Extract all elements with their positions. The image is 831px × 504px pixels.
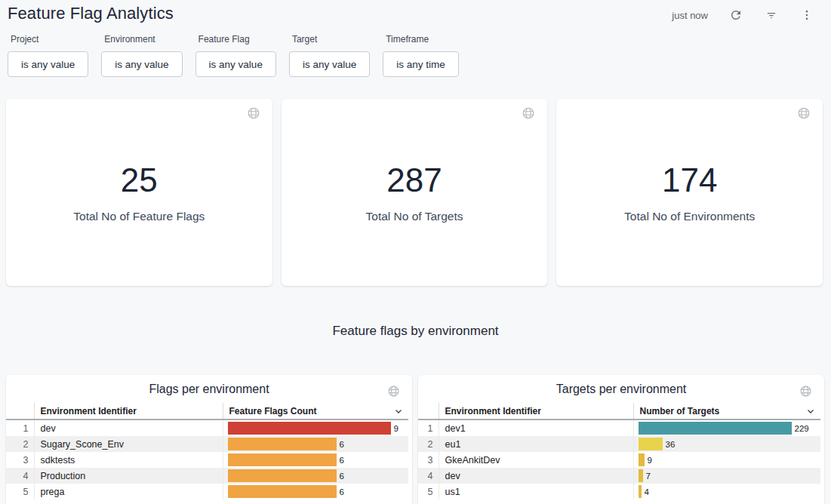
globe-icon[interactable] (387, 385, 400, 401)
bar-value-label: 6 (340, 440, 344, 449)
filter-bar: Project is any value Environment is any … (0, 23, 831, 77)
table-row[interactable]: 2Sugary_Scone_Env6 (6, 436, 408, 452)
kpi-card-targets: 287 Total No of Targets (282, 99, 548, 286)
row-number: 3 (418, 452, 439, 468)
row-number: 4 (6, 468, 34, 484)
value-bar[interactable] (228, 485, 337, 498)
bar-value-label: 36 (666, 440, 676, 449)
filter-target: Target is any value (289, 34, 370, 77)
filter-environment: Environment is any value (101, 34, 182, 77)
table-row[interactable]: 2eu136 (418, 436, 820, 452)
filter-label: Target (292, 34, 370, 45)
filter-feature-flag-value-button[interactable]: is any value (195, 51, 276, 77)
table-row[interactable]: 5prega6 (6, 484, 408, 499)
table-body: 1dev12292eu1363GkeAnkitDev94dev75us14 (418, 419, 820, 499)
kpi-card-row: 25 Total No of Feature Flags 287 Total N… (6, 99, 823, 286)
value-bar[interactable] (228, 438, 337, 450)
filter-button[interactable] (764, 8, 779, 23)
kpi-label: Total No of Feature Flags (73, 210, 205, 223)
chevron-down-icon[interactable] (393, 406, 404, 419)
filter-timeframe: Timeframe is any time (383, 34, 459, 77)
row-number: 4 (418, 468, 439, 484)
bar-value-label: 6 (340, 472, 344, 481)
chevron-down-icon[interactable] (805, 406, 816, 419)
globe-icon[interactable] (247, 106, 260, 123)
environment-identifier-cell[interactable]: us1 (439, 484, 633, 499)
value-bar-cell[interactable]: 7 (633, 468, 820, 484)
environment-identifier-header[interactable]: Environment Identifier (439, 403, 633, 419)
value-bar[interactable] (639, 485, 642, 498)
kpi-card-environments: 174 Total No of Environments (556, 99, 823, 286)
row-number: 5 (6, 484, 34, 499)
value-bar-cell[interactable]: 6 (223, 452, 408, 468)
refresh-button[interactable] (728, 8, 743, 23)
value-bar[interactable] (639, 453, 645, 466)
filter-timeframe-value-button[interactable]: is any time (383, 51, 459, 77)
value-bar[interactable] (228, 469, 337, 482)
value-bar-cell[interactable]: 6 (223, 484, 408, 499)
table-row[interactable]: 3GkeAnkitDev9 (418, 452, 820, 468)
more-options-button[interactable] (799, 8, 814, 23)
environment-identifier-header[interactable]: Environment Identifier (34, 403, 223, 419)
value-bar-cell[interactable]: 36 (633, 436, 820, 452)
filter-target-value-button[interactable]: is any value (289, 51, 370, 77)
filter-project-value-button[interactable]: is any value (8, 51, 88, 77)
row-number: 2 (6, 436, 34, 452)
table-header-row: Environment Identifier Feature Flags Cou… (6, 403, 408, 419)
row-number: 1 (6, 419, 34, 436)
table-row[interactable]: 4dev7 (418, 468, 820, 484)
panel-flags-per-environment: Flags per environment Environment Identi… (6, 375, 412, 504)
value-bar-cell[interactable]: 9 (633, 452, 820, 468)
refresh-icon (729, 8, 743, 22)
last-updated-text: just now (672, 10, 708, 21)
table-row[interactable]: 4Production6 (6, 468, 408, 484)
table-row[interactable]: 3sdktests6 (6, 452, 408, 468)
environment-identifier-cell[interactable]: Sugary_Scone_Env (34, 436, 223, 452)
filter-label: Environment (104, 34, 182, 45)
feature-flags-count-header[interactable]: Feature Flags Count (223, 403, 408, 419)
filter-environment-value-button[interactable]: is any value (101, 51, 182, 77)
kebab-menu-icon (800, 8, 814, 22)
environment-identifier-cell[interactable]: sdktests (34, 452, 223, 468)
environment-identifier-cell[interactable]: dev (34, 419, 223, 436)
value-bar[interactable] (228, 453, 337, 466)
value-bar-cell[interactable]: 6 (223, 468, 408, 484)
number-of-targets-header[interactable]: Number of Targets (633, 403, 820, 419)
environment-identifier-cell[interactable]: eu1 (439, 436, 633, 452)
value-bar-cell[interactable]: 229 (633, 419, 820, 436)
value-bar[interactable] (228, 422, 391, 435)
table-row[interactable]: 1dev9 (6, 419, 408, 436)
kpi-label: Total No of Environments (624, 210, 755, 223)
value-bar[interactable] (639, 422, 792, 435)
environment-identifier-cell[interactable]: Production (34, 468, 223, 484)
table-row[interactable]: 5us14 (418, 484, 820, 499)
panel-targets-per-environment: Targets per environment Environment Iden… (418, 375, 824, 504)
filter-label: Project (11, 34, 88, 45)
table-body: 1dev92Sugary_Scone_Env63sdktests64Produc… (6, 419, 408, 499)
bar-value-label: 6 (340, 487, 344, 496)
bar-value-label: 9 (394, 424, 399, 433)
kpi-value: 174 (662, 161, 717, 199)
environment-identifier-cell[interactable]: prega (34, 484, 223, 499)
bar-value-label: 7 (646, 472, 651, 481)
topbar-actions: just now (672, 4, 814, 23)
bar-value-label: 229 (795, 424, 809, 433)
value-bar[interactable] (639, 469, 643, 482)
table-row[interactable]: 1dev1229 (418, 419, 820, 436)
environment-identifier-cell[interactable]: dev1 (439, 419, 633, 436)
value-bar-cell[interactable]: 6 (223, 436, 408, 452)
bar-value-label: 9 (648, 456, 652, 465)
page-title: Feature Flag Analytics (8, 4, 174, 23)
row-number-header (418, 403, 439, 419)
value-bar-cell[interactable]: 9 (223, 419, 408, 436)
panel-title: Flags per environment (6, 375, 412, 396)
globe-icon[interactable] (522, 106, 535, 123)
globe-icon[interactable] (799, 385, 812, 401)
globe-icon[interactable] (797, 106, 811, 123)
environment-identifier-cell[interactable]: GkeAnkitDev (439, 452, 633, 468)
value-bar[interactable] (639, 438, 663, 450)
flags-per-environment-table: Environment Identifier Feature Flags Cou… (6, 403, 408, 499)
value-bar-cell[interactable]: 4 (633, 484, 820, 499)
environment-identifier-cell[interactable]: dev (439, 468, 633, 484)
filter-label: Feature Flag (199, 34, 276, 45)
